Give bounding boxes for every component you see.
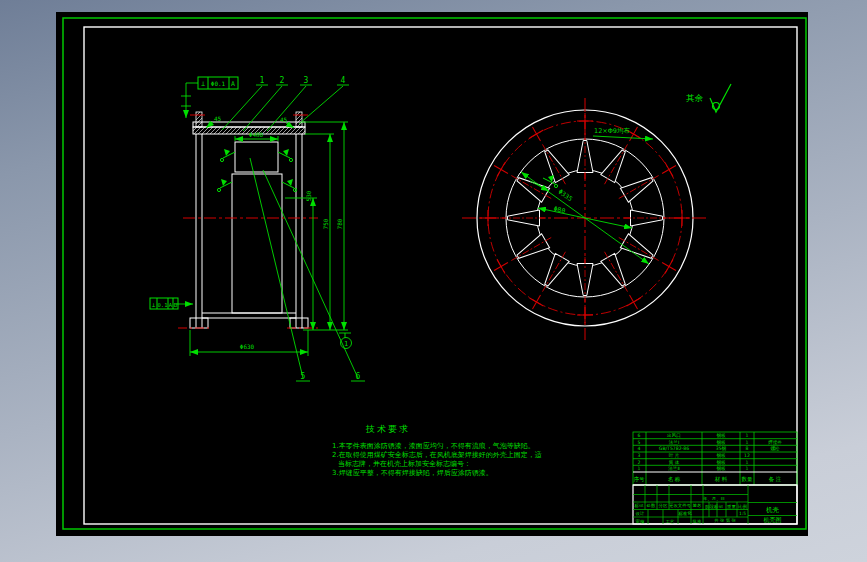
right-view-impeller: 12×Φ9均布 Φ335 Φ80 <box>462 98 708 340</box>
bom-header: 名 称 <box>668 476 681 482</box>
tb-scale-value: 1:5 <box>739 511 746 516</box>
bom-cell: 6 <box>638 433 641 438</box>
tb-craft: 工艺 <box>666 519 675 524</box>
dim-chamfer-left: 45 <box>214 115 222 122</box>
bom-cell: 4 <box>638 446 641 451</box>
callout-3: 3 <box>304 76 309 85</box>
bom-cell: 3 <box>638 453 641 458</box>
tb-audit: 审核 <box>636 519 645 524</box>
notes-line-4: 3.焊缝应平整，不得有焊接缺陷，焊后应涂防锈漆。 <box>332 468 493 477</box>
callout-5: 5 <box>301 372 306 381</box>
tb-mark: 处数 <box>647 503 656 508</box>
bom-cell: 2 <box>638 460 641 465</box>
dim-bottom-dia: Φ630 <box>240 343 255 350</box>
bom-cell: 钢板 <box>716 432 726 438</box>
bom-cell: 螺栓 <box>770 445 780 452</box>
bom-cell: 钢板 <box>716 465 726 471</box>
tb-mark: 分区 <box>659 503 668 508</box>
bom-header: 序号 <box>634 476 646 483</box>
title-block: 标记 处数 分区 更改文件号 签名 年、月、日 设计 标准化 审核 工艺 批准 … <box>633 485 797 524</box>
bom-cell: 出风口 <box>667 433 681 439</box>
bom-header: 备 注 <box>769 476 782 482</box>
bom-header: 数量 <box>742 476 754 482</box>
dim-height-780: 780 <box>336 218 343 229</box>
tb-mark: 更改文件号 <box>669 503 692 508</box>
bom-cell: 1 <box>746 440 749 445</box>
bom-cell: 叶 片 <box>669 453 680 459</box>
bom-cell: 钢板 <box>716 439 726 445</box>
bom-cell: 法兰Ⅱ <box>668 466 679 471</box>
bom-cell: 12 <box>744 453 750 458</box>
tb-drawing-code: 机壳图 <box>764 516 782 524</box>
dim-dia-335: Φ335 <box>556 188 573 204</box>
bom-cell: 5 <box>638 440 641 445</box>
bom-cell: 1 <box>638 466 641 471</box>
bom-cell: 35钢 <box>716 445 727 451</box>
bom-cell: 1 <box>746 433 749 438</box>
bom-cell: 焊接件 <box>768 439 782 445</box>
callout-2: 2 <box>280 76 285 85</box>
bom-cell: 法兰Ⅰ <box>669 440 680 445</box>
notes-title: 技术要求 <box>365 424 410 434</box>
bom-table: 6 出风口 钢板 1 5 法兰Ⅰ 钢板 1 焊接件 4 GB/T5782-86 … <box>633 432 797 485</box>
fcf-top-datum: A <box>231 80 235 88</box>
callout-1: 1 <box>260 76 265 85</box>
dim-height-530: 530 <box>305 190 312 201</box>
callout-4: 4 <box>341 76 346 85</box>
drawing-sheet: 1 2 3 4 5 6 45 45 Φ480 530 750 780 Φ630 … <box>0 0 867 562</box>
tb-part-name: 机壳 <box>766 506 780 514</box>
bom-cell: GB/T5782-86 <box>659 446 689 451</box>
fcf-side-datum-a: A <box>169 302 173 308</box>
dim-dia-80: Φ80 <box>553 205 566 215</box>
notes-line-1: 1.本零件表面涂防锈漆，漆面应均匀，不得有流痕，气泡等缺陷。 <box>332 441 535 450</box>
left-view-section: 1 2 3 4 5 6 45 45 Φ480 530 750 780 Φ630 … <box>150 76 365 381</box>
fcf-side-tolerance: 0.1 <box>158 302 168 308</box>
dim-hub-width: Φ480 <box>249 131 264 138</box>
tb-standardization: 标准化 <box>678 510 692 517</box>
notes-line-3: 当标志牌，并在机壳上标加安全标志编号： <box>338 460 471 468</box>
tb-weight-label: 重量 <box>727 504 736 509</box>
fcf-side-datum-b: B <box>174 302 178 308</box>
bom-cell: 钢板 <box>716 459 726 465</box>
bom-cell: 钢板 <box>716 452 726 458</box>
bom-cell: 8 <box>746 446 749 451</box>
technical-notes: 技术要求 1.本零件表面涂防锈漆，漆面应均匀，不得有流痕，气泡等缺陷。 2.在取… <box>332 424 542 477</box>
tb-design: 设计 <box>636 511 645 516</box>
tb-stage-label: 阶段标记 <box>705 504 723 510</box>
fcf-side-symbol: ⊥ <box>152 301 156 308</box>
rest-label: 其余 <box>686 93 704 103</box>
fcf-top-tolerance: Φ0.1 <box>211 80 226 87</box>
bom-cell: 筒 体 <box>669 460 680 465</box>
surface-roughness-note: 其余 <box>686 84 731 112</box>
roughness-check-icon <box>710 84 731 112</box>
tb-mark: 标记 <box>635 503 644 509</box>
tb-scale-label: 比例 <box>738 504 747 510</box>
callout-6: 6 <box>356 372 361 381</box>
tb-sheets: 共 张 第 张 <box>714 518 736 523</box>
tb-approve: 批准 <box>692 519 702 524</box>
tb-mark: 签名 <box>693 503 702 508</box>
dim-chamfer-right: 45 <box>280 116 288 123</box>
tb-mark: 年、月、日 <box>703 496 725 501</box>
bom-cell: 1 <box>746 460 749 465</box>
cad-viewer-window: 1 2 3 4 5 6 45 45 Φ480 530 750 780 Φ630 … <box>0 0 867 562</box>
fcf-top-symbol: ⊥ <box>201 80 205 88</box>
dim-bolt-holes: 12×Φ9均布 <box>594 127 630 135</box>
bom-cell: 1 <box>746 466 749 471</box>
bom-header: 材 料 <box>714 476 728 483</box>
notes-line-2: 2.在取得使用煤矿安全标志后，在风机底架焊接好的外壳上固定，适 <box>332 451 542 459</box>
weld-seam-number: 1 <box>344 340 348 348</box>
dim-height-750: 750 <box>322 218 329 229</box>
